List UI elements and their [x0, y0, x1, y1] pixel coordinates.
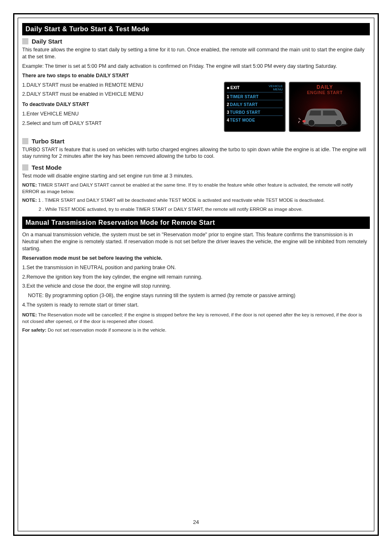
note-text: 2 . While TEST MODE activated, try to en… — [39, 207, 303, 212]
note: 2 . While TEST MODE activated, try to en… — [39, 206, 370, 213]
note: For safety: Do not set reservation mode … — [22, 327, 370, 334]
bullet-square-icon — [22, 164, 28, 171]
column-left: 1.DAILY START must be enabled in REMOTE … — [22, 82, 217, 132]
svg-point-3 — [302, 120, 306, 122]
note-label: NOTE: — [22, 198, 37, 203]
safety-label: For safety: — [22, 328, 46, 332]
svg-point-2 — [335, 120, 342, 126]
paragraph: To deactivate DAILY START — [22, 101, 217, 108]
paragraph: On a manual transmission vehicle, the sy… — [22, 231, 370, 252]
subhead-daily-start: Daily Start — [22, 38, 370, 45]
menu-num: 1 — [227, 95, 229, 99]
list-item: 1.Enter VEHICLE MENU — [22, 111, 217, 118]
list-item: 2.Remove the ignition key from the key c… — [22, 274, 370, 281]
note-text: 1 . TIMER START and DAILY START will be … — [38, 198, 325, 203]
menu-item-label: TEST MODE — [230, 118, 255, 122]
safety-text: Do not set reservation mode if someone i… — [48, 328, 166, 332]
note-text: The Reservation mode will be cancelled; … — [22, 312, 362, 324]
outer-border: Daily Start & Turbo Start & Test Mode Da… — [13, 13, 379, 536]
menu-num: 2 — [227, 102, 229, 107]
paragraph: This feature allows the engine to start … — [22, 46, 370, 60]
subhead-turbo-start: Turbo Start — [22, 138, 370, 145]
bullet-square-icon — [22, 138, 28, 144]
daily-engine-start-screen: DAILY ENGINE START — [289, 82, 361, 132]
inner-border: Daily Start & Turbo Start & Test Mode Da… — [18, 18, 374, 531]
menu-num: 4 — [227, 118, 229, 122]
menu-item-label: TURBO START — [230, 110, 261, 115]
menu-item-label: DAILY START — [230, 102, 258, 107]
column-right: ■ EXIT VEHICLE MENU 1TIMER START 2DAILY … — [224, 82, 370, 132]
menu-item-label: TIMER START — [230, 95, 259, 99]
paragraph: TURBO START is feature that is used on v… — [22, 146, 370, 160]
list-item: 2.DAILY START must be enabled in VEHICLE… — [22, 91, 217, 98]
list-item: 2.Select and turn off DAILY START — [22, 120, 217, 127]
list-item: 4.The system is ready to remote start or… — [22, 302, 370, 309]
list-item: 1.DAILY START must be enabled in REMOTE … — [22, 82, 217, 89]
menu-exit-label: ■ EXIT — [227, 85, 240, 90]
note-label: NOTE: — [22, 312, 37, 317]
menu-header-label: VEHICLE MENU — [269, 85, 283, 91]
paragraph: Example: The timer is set at 5:00 PM and… — [22, 63, 370, 70]
screen-title-1: DAILY — [317, 84, 333, 90]
subhead-label: Daily Start — [32, 38, 62, 45]
screen-title-2: ENGINE START — [307, 90, 343, 95]
subhead-label: Test Mode — [32, 164, 62, 171]
subhead-label: Turbo Start — [32, 138, 65, 145]
list-item: 1.Set the transmission in NEUTRAL positi… — [22, 264, 370, 271]
bullet-square-icon — [22, 38, 28, 44]
note: NOTE: The Reservation mode will be cance… — [22, 312, 370, 325]
note: NOTE: TIMER START and DAILY START cannot… — [22, 182, 370, 195]
list-item: 3.Exit the vehicle and close the door, t… — [22, 283, 370, 290]
page-number: 24 — [18, 519, 374, 525]
subhead-test-mode: Test Mode — [22, 164, 370, 171]
note: NOTE: 1 . TIMER START and DAILY START wi… — [22, 197, 370, 204]
two-column-row: 1.DAILY START must be enabled in REMOTE … — [22, 82, 370, 132]
menu-num: 3 — [227, 110, 229, 115]
section-bar-1: Daily Start & Turbo Start & Test Mode — [22, 23, 370, 35]
paragraph: Reservation mode must be set before leav… — [22, 255, 370, 262]
section-bar-2: Manual Transmission Reservation Mode for… — [22, 217, 370, 229]
paragraph: There are two steps to enable DAILY STAR… — [22, 72, 370, 79]
paragraph: Test mode will disable engine starting a… — [22, 173, 370, 180]
note-label: NOTE: — [22, 182, 37, 187]
svg-point-1 — [308, 120, 315, 126]
note-text: TIMER START and DAILY START cannot be en… — [22, 182, 353, 194]
vehicle-menu-screen: ■ EXIT VEHICLE MENU 1TIMER START 2DAILY … — [224, 82, 286, 132]
list-item-note: NOTE: By programming option (3-08), the … — [28, 292, 370, 299]
car-icon — [298, 103, 352, 128]
